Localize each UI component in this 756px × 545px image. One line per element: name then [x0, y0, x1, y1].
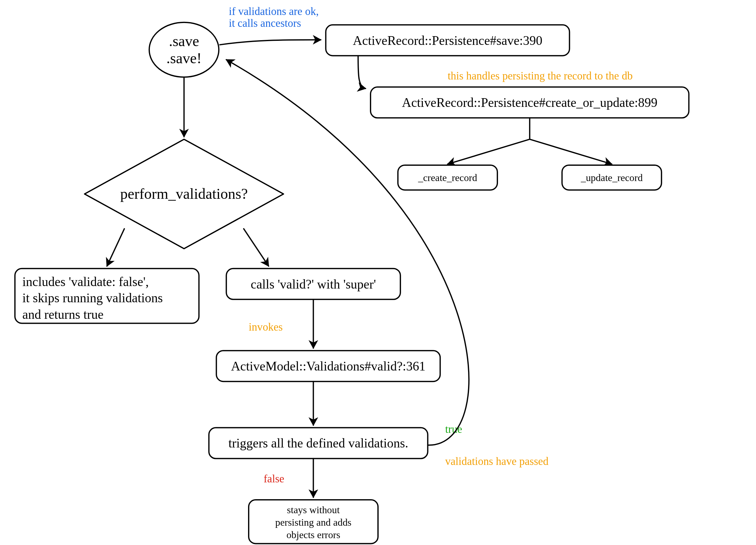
edge-arsave-to-cou [358, 56, 366, 88]
create-record-text: _create_record [418, 172, 477, 183]
edge-decision-to-callsvalid [244, 229, 269, 266]
am-valid-text: ActiveModel::Validations#valid?:361 [231, 359, 425, 373]
node-stays: stays without persisting and adds object… [249, 500, 378, 543]
node-calls-valid: calls 'valid?' with 'super' [226, 269, 400, 299]
node-start: .save .save! [149, 22, 219, 77]
anno-validations-passed: validations have passed [445, 455, 548, 467]
anno-invokes: invokes [249, 321, 283, 333]
anno-false: false [264, 473, 284, 485]
edge-cou-to-create [447, 139, 529, 164]
flowchart: .save .save! if validations are ok, it c… [0, 0, 756, 545]
ar-cou-text: ActiveRecord::Persistence#create_or_upda… [402, 95, 658, 110]
skip-text-2: it skips running validations [22, 291, 163, 305]
node-am-valid: ActiveModel::Validations#valid?:361 [216, 351, 440, 381]
node-update-record: _update_record [562, 165, 662, 190]
start-text-2: .save! [166, 50, 202, 66]
triggers-text: triggers all the defined validations. [228, 436, 408, 450]
stays-text-1: stays without [287, 504, 340, 515]
node-decision: perform_validations? [84, 139, 283, 249]
edge-decision-to-skip [107, 229, 124, 266]
anno-ancestors-1: if validations are ok, [229, 5, 319, 17]
edge-cou-to-update [530, 139, 612, 164]
update-record-text: _update_record [581, 172, 643, 183]
node-triggers: triggers all the defined validations. [209, 428, 428, 459]
anno-handles-db: this handles persisting the record to th… [447, 70, 633, 82]
node-ar-save: ActiveRecord::Persistence#save:390 [326, 25, 569, 56]
start-text-1: .save [169, 33, 199, 49]
decision-text: perform_validations? [120, 185, 248, 202]
node-create-record: _create_record [398, 165, 497, 190]
node-ar-cou: ActiveRecord::Persistence#create_or_upda… [371, 87, 689, 118]
ar-save-text: ActiveRecord::Persistence#save:390 [353, 33, 542, 48]
skip-text-3: and returns true [22, 307, 103, 322]
edge-start-to-arsave [220, 40, 321, 45]
stays-text-3: objects errors [286, 529, 340, 540]
calls-valid-text: calls 'valid?' with 'super' [251, 277, 376, 291]
stays-text-2: persisting and adds [275, 517, 352, 528]
node-skip: includes 'validate: false', it skips run… [15, 269, 199, 323]
anno-ancestors-2: it calls ancestors [229, 17, 301, 29]
skip-text-1: includes 'validate: false', [22, 275, 149, 289]
